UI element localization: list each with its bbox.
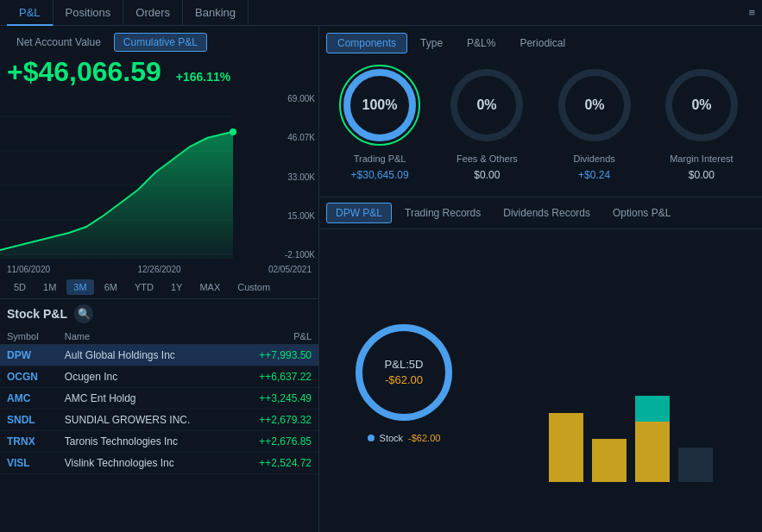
fees-label: Fees & Others [457,153,518,164]
tab-periodical[interactable]: Periodical [508,33,576,53]
chart-svg-container: 69.00K 46.07K 33.00K 15.00K -2.100K [0,91,318,263]
svg-text:0%: 0% [584,97,604,112]
left-panel: Net Account Value Cumulative P&L +$46,06… [0,26,319,532]
tab-cumulative-pl[interactable]: Cumulative P&L [114,33,207,52]
stock-name: Ault Global Holdings Inc [58,345,235,366]
stock-name: AMC Ent Holdg [58,388,235,410]
search-button[interactable]: 🔍 [74,304,93,323]
stock-pl-section: Stock P&L 🔍 Symbol Name P&L DPW Ault Glo… [0,298,318,532]
stock-symbol: SNDL [0,410,58,431]
col-name: Name [58,329,235,345]
tab-dividends-records[interactable]: Dividends Records [494,203,600,223]
legend-area: Stock -$62.00 [368,433,441,450]
top-nav: P&L Positions Orders Banking ≡ [0,0,762,26]
bar-5 [678,448,713,482]
fees-value: $0.00 [474,169,500,181]
legend-stock: Stock -$62.00 [368,433,441,443]
svg-text:100%: 100% [362,97,398,112]
stock-table: Symbol Name P&L DPW Ault Global Holdings… [0,329,318,474]
chart-peak-dot [230,128,236,135]
dividends-label: Dividends [573,153,614,164]
table-row[interactable]: AMC AMC Ent Holdg ++3,245.49 [0,388,318,410]
svg-text:0%: 0% [477,97,497,112]
component-fees: 0% Fees & Others $0.00 [444,62,530,181]
stock-name: Ocugen Inc [58,366,235,388]
time-btn-5d[interactable]: 5D [7,279,33,295]
component-trading-pl: 100% Trading P&L +$30,645.09 [337,62,423,181]
tab-type[interactable]: Type [409,33,454,53]
table-row[interactable]: VISL Vislink Technologies Inc ++2,524.72 [0,453,318,474]
tab-components[interactable]: Components [326,33,407,53]
stock-pl-value: ++2,679.32 [235,410,318,431]
chart-area: Net Account Value Cumulative P&L +$46,06… [0,26,318,298]
nav-item-positions[interactable]: Positions [54,0,124,26]
svg-text:P&L:5D: P&L:5D [385,358,424,371]
time-btn-1y[interactable]: 1Y [164,279,189,295]
stock-symbol: DPW [0,345,58,366]
account-value-container: +$46,066.59 +166.11% [0,57,318,87]
chart-y-labels: 69.00K 46.07K 33.00K 15.00K -2.100K [274,91,315,263]
component-margin: 0% Margin Interest $0.00 [658,62,745,181]
pl-donut-svg: P&L:5D -$62.00 [343,312,464,433]
time-btn-3m[interactable]: 3M [66,279,93,295]
stock-symbol: OCGN [0,366,58,388]
trading-pl-value[interactable]: +$30,645.09 [351,169,409,181]
stock-pl-value: ++7,993.50 [235,345,318,366]
donut-dividends: 0% [551,62,638,148]
tab-trading-records[interactable]: Trading Records [395,203,490,223]
table-row[interactable]: DPW Ault Global Holdings Inc ++7,993.50 [0,345,318,366]
dividends-value[interactable]: +$0.24 [578,169,610,181]
chart-tabs: Net Account Value Cumulative P&L [0,33,318,52]
time-btn-1m[interactable]: 1M [36,279,63,295]
bottom-tabs: DPW P&L Trading Records Dividends Record… [319,197,762,229]
bar-2 [592,439,627,482]
legend-stock-label: Stock [380,433,404,443]
nav-item-pl[interactable]: P&L [7,0,54,26]
account-main-value: +$46,066.59 +166.11% [7,57,312,87]
chart-svg [0,91,274,263]
time-btn-custom[interactable]: Custom [230,279,277,295]
stock-pl-value: ++3,245.49 [235,388,318,410]
svg-text:-$62.00: -$62.00 [385,373,423,386]
tab-dpw-pl[interactable]: DPW P&L [326,203,392,223]
time-btn-ytd[interactable]: YTD [128,279,161,295]
stock-pl-value: ++2,524.72 [235,453,318,474]
bottom-content: P&L:5D -$62.00 Stock -$62.00 [319,229,762,532]
stock-symbol: VISL [0,453,58,474]
margin-label: Margin Interest [670,153,733,164]
time-periods: 5D 1M 3M 6M YTD 1Y MAX Custom [0,276,318,298]
stock-name: Taronis Technologies Inc [58,431,235,453]
bar-chart-area [488,236,755,525]
stock-symbol: AMC [0,388,58,410]
donut-trading-pl: 100% [337,62,423,148]
components-section: Components Type P&L% Periodical 100% Tra… [319,26,762,197]
time-btn-6m[interactable]: 6M [98,279,124,295]
table-row[interactable]: TRNX Taronis Technologies Inc ++2,676.85 [0,431,318,453]
component-dividends: 0% Dividends +$0.24 [551,62,638,181]
legend-stock-value: -$62.00 [408,433,440,443]
nav-item-orders[interactable]: Orders [123,0,183,26]
components-tabs: Components Type P&L% Periodical [319,26,762,53]
svg-point-17 [359,328,449,417]
tab-pl-pct[interactable]: P&L% [456,33,507,53]
nav-item-banking[interactable]: Banking [183,0,249,26]
components-row: 100% Trading P&L +$30,645.09 0% Fees & O… [319,53,762,190]
pl-donut-container: P&L:5D -$62.00 Stock -$62.00 [326,236,482,525]
col-symbol: Symbol [0,329,58,345]
bar-1 [549,413,583,482]
bar-3 [635,396,670,422]
stock-name: Vislink Technologies Inc [58,453,235,474]
tab-net-account-value[interactable]: Net Account Value [7,33,110,52]
svg-text:0%: 0% [691,97,711,112]
table-row[interactable]: SNDL SUNDIAL GROWERS INC. ++2,679.32 [0,410,318,431]
margin-value: $0.00 [689,169,715,181]
stock-pl-title: Stock P&L [7,307,67,321]
account-pct: +166.11% [176,70,230,84]
time-btn-max[interactable]: MAX [192,279,227,295]
menu-icon[interactable]: ≡ [748,6,755,19]
donut-margin: 0% [658,62,745,148]
tab-options-pl[interactable]: Options P&L [603,203,680,223]
col-pl: P&L [235,329,318,345]
main-layout: Net Account Value Cumulative P&L +$46,06… [0,26,762,532]
table-row[interactable]: OCGN Ocugen Inc ++6,637.22 [0,366,318,388]
